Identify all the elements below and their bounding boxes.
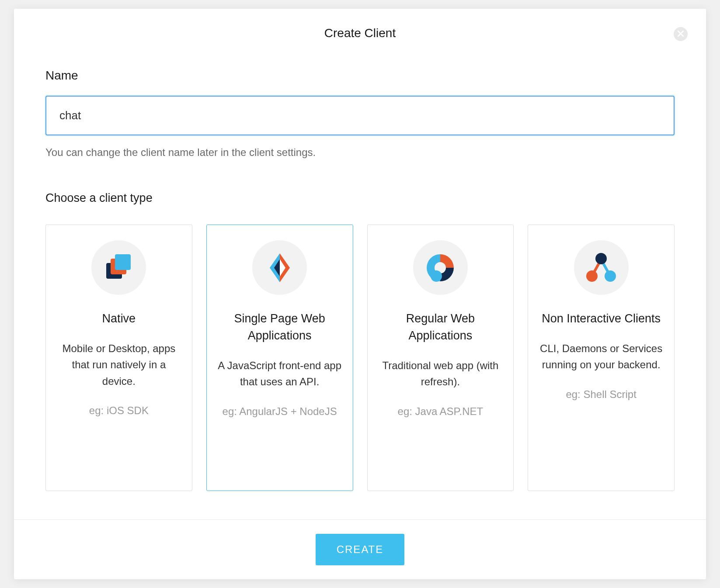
spa-icon xyxy=(252,240,307,295)
card-description: CLI, Daemons or Services running on your… xyxy=(538,340,664,373)
client-type-card-spa[interactable]: Single Page Web Applications A JavaScrip… xyxy=(206,225,353,491)
card-title: Single Page Web Applications xyxy=(216,310,343,344)
card-example: eg: iOS SDK xyxy=(56,402,182,419)
close-icon xyxy=(678,31,684,38)
svg-point-7 xyxy=(431,270,442,282)
modal-title: Create Client xyxy=(40,26,680,40)
card-title: Non Interactive Clients xyxy=(538,310,664,327)
client-type-grid: Native Mobile or Desktop, apps that run … xyxy=(45,225,675,491)
card-title: Regular Web Applications xyxy=(377,310,504,344)
create-client-modal: Create Client Name You can change the cl… xyxy=(14,9,706,579)
svg-point-10 xyxy=(595,253,607,264)
card-title: Native xyxy=(56,310,182,327)
non-interactive-icon xyxy=(574,240,629,295)
modal-footer: CREATE xyxy=(14,519,706,579)
card-description: Traditional web app (with refresh). xyxy=(377,357,504,390)
client-type-card-native[interactable]: Native Mobile or Desktop, apps that run … xyxy=(45,225,192,491)
close-button[interactable] xyxy=(674,27,688,41)
card-description: A JavaScript front-end app that uses an … xyxy=(216,357,343,390)
client-type-card-regular[interactable]: Regular Web Applications Traditional web… xyxy=(367,225,514,491)
svg-rect-2 xyxy=(115,254,131,270)
regular-web-icon xyxy=(413,240,468,295)
svg-point-11 xyxy=(586,270,598,282)
card-example: eg: AngularJS + NodeJS xyxy=(216,403,343,419)
card-description: Mobile or Desktop, apps that run nativel… xyxy=(56,340,182,389)
client-type-label: Choose a client type xyxy=(45,191,675,205)
create-button[interactable]: CREATE xyxy=(316,534,405,565)
name-label: Name xyxy=(45,69,675,83)
modal-body: Name You can change the client name late… xyxy=(14,40,706,519)
svg-point-12 xyxy=(605,270,616,282)
client-type-card-noninteractive[interactable]: Non Interactive Clients CLI, Daemons or … xyxy=(528,225,675,491)
card-example: eg: Java ASP.NET xyxy=(377,403,504,419)
native-icon xyxy=(91,240,146,295)
name-helper-text: You can change the client name later in … xyxy=(45,146,675,159)
card-example: eg: Shell Script xyxy=(538,386,664,402)
name-input[interactable] xyxy=(45,96,675,135)
modal-header: Create Client xyxy=(14,9,706,40)
